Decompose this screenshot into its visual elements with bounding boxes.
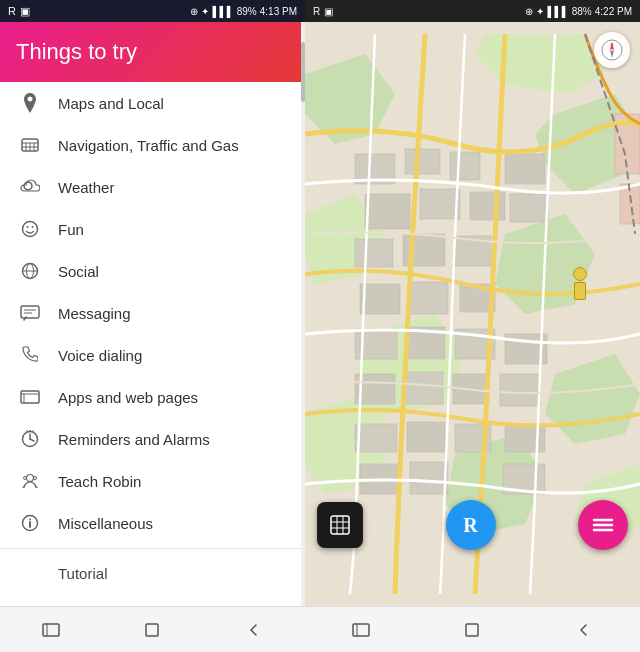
social-label: Social xyxy=(58,263,99,280)
weather-label: Weather xyxy=(58,179,114,196)
svg-rect-13 xyxy=(21,306,39,318)
svg-line-24 xyxy=(33,431,34,432)
right-battery: 88% xyxy=(572,6,592,17)
left-panel: R ▣ ⊕ ✦ ▌▌▌ 89% 4:13 PM Things to try Ma… xyxy=(0,0,305,652)
messaging-icon xyxy=(16,302,44,324)
bluetooth-icon: ✦ xyxy=(201,6,209,17)
notification-icon: ▣ xyxy=(20,5,30,18)
header-title: Things to try xyxy=(16,39,137,65)
menu-item-weather[interactable]: Weather xyxy=(0,166,305,208)
fun-icon xyxy=(16,218,44,240)
map-area[interactable]: N R xyxy=(305,22,640,606)
robin-button[interactable]: R xyxy=(446,500,496,550)
svg-text:N: N xyxy=(611,42,614,47)
right-panel: R ▣ ⊕ ✦ ▌▌▌ 88% 4:22 PM xyxy=(305,0,640,652)
menu-button[interactable] xyxy=(578,500,628,550)
svg-rect-47 xyxy=(450,152,480,180)
misc-label: Miscellaneous xyxy=(58,515,153,532)
misc-icon xyxy=(16,512,44,534)
svg-rect-90 xyxy=(466,624,478,636)
right-bottom-nav xyxy=(305,606,640,652)
submenu-tutorial[interactable]: Tutorial xyxy=(0,553,305,594)
svg-point-8 xyxy=(27,226,29,228)
svg-rect-61 xyxy=(510,194,548,222)
svg-point-27 xyxy=(34,477,37,480)
svg-rect-55 xyxy=(410,282,448,314)
svg-rect-68 xyxy=(407,422,445,452)
navigation-icon xyxy=(16,134,44,156)
pegman-body xyxy=(574,282,586,300)
prev-button-left[interactable] xyxy=(234,610,274,650)
left-bottom-nav xyxy=(0,606,305,652)
fun-label: Fun xyxy=(58,221,84,238)
svg-line-23 xyxy=(27,431,28,432)
svg-point-6 xyxy=(24,182,32,190)
svg-point-25 xyxy=(27,475,34,482)
svg-rect-49 xyxy=(420,189,460,219)
menu-item-apps[interactable]: Apps and web pages xyxy=(0,376,305,418)
svg-point-9 xyxy=(32,226,34,228)
menu-item-misc[interactable]: Miscellaneous xyxy=(0,502,305,544)
messaging-label: Messaging xyxy=(58,305,131,322)
right-signal: ▌▌▌ xyxy=(547,6,568,17)
menu-item-social[interactable]: Social xyxy=(0,250,305,292)
svg-rect-80 xyxy=(331,516,349,534)
svg-rect-51 xyxy=(355,239,393,267)
right-bluetooth: ✦ xyxy=(536,6,544,17)
left-status-bar: R ▣ ⊕ ✦ ▌▌▌ 89% 4:13 PM xyxy=(0,0,305,22)
map-bottom-buttons: R xyxy=(305,500,640,550)
menu-divider xyxy=(0,548,305,549)
voice-label: Voice dialing xyxy=(58,347,142,364)
svg-point-30 xyxy=(29,519,31,521)
reminders-label: Reminders and Alarms xyxy=(58,431,210,448)
pin-icon xyxy=(16,92,44,114)
signal-bars: ▌▌▌ xyxy=(212,6,233,17)
pegman-head xyxy=(573,267,587,281)
svg-line-21 xyxy=(30,439,34,441)
menu-list: Maps and Local Navigation, Traffic and G… xyxy=(0,82,305,606)
submenu-type-query[interactable]: Type query xyxy=(0,594,305,606)
menu-item-messaging[interactable]: Messaging xyxy=(0,292,305,334)
phone-icon xyxy=(16,344,44,366)
right-app-icon: R xyxy=(313,6,320,17)
right-notification: ▣ xyxy=(324,6,333,17)
app-icon-left: R xyxy=(8,5,16,17)
svg-rect-63 xyxy=(500,374,540,406)
map-grid-button[interactable] xyxy=(317,502,363,548)
back-button-right[interactable] xyxy=(341,610,381,650)
svg-rect-60 xyxy=(505,154,545,184)
reminders-icon xyxy=(16,428,44,450)
app-header: Things to try xyxy=(0,22,305,82)
teach-label: Teach Robin xyxy=(58,473,141,490)
svg-rect-72 xyxy=(505,424,545,452)
svg-rect-65 xyxy=(405,372,443,404)
wifi-icon: ⊕ xyxy=(190,6,198,17)
home-button-right[interactable] xyxy=(452,610,492,650)
right-time: 4:22 PM xyxy=(595,6,632,17)
back-button-left[interactable] xyxy=(31,610,71,650)
svg-rect-33 xyxy=(146,624,158,636)
home-button-left[interactable] xyxy=(132,610,172,650)
menu-item-maps[interactable]: Maps and Local xyxy=(0,82,305,124)
prev-button-right[interactable] xyxy=(564,610,604,650)
social-icon xyxy=(16,260,44,282)
right-wifi: ⊕ xyxy=(525,6,533,17)
svg-rect-31 xyxy=(43,624,59,636)
weather-icon xyxy=(16,176,44,198)
pegman-figure xyxy=(570,267,590,303)
menu-item-voice[interactable]: Voice dialing xyxy=(0,334,305,376)
status-right: ⊕ ✦ ▌▌▌ 89% 4:13 PM xyxy=(190,6,297,17)
right-status-right: ⊕ ✦ ▌▌▌ 88% 4:22 PM xyxy=(525,6,632,17)
svg-rect-88 xyxy=(353,624,369,636)
status-left: R ▣ xyxy=(8,5,30,18)
menu-item-reminders[interactable]: Reminders and Alarms xyxy=(0,418,305,460)
time-left: 4:13 PM xyxy=(260,6,297,17)
menu-item-teach[interactable]: Teach Robin xyxy=(0,460,305,502)
svg-point-7 xyxy=(23,222,38,237)
compass-button[interactable]: N xyxy=(594,32,630,68)
menu-item-navigation[interactable]: Navigation, Traffic and Gas xyxy=(0,124,305,166)
menu-item-fun[interactable]: Fun xyxy=(0,208,305,250)
svg-rect-54 xyxy=(360,284,400,314)
right-status-left: R ▣ xyxy=(313,6,333,17)
navigation-label: Navigation, Traffic and Gas xyxy=(58,137,239,154)
